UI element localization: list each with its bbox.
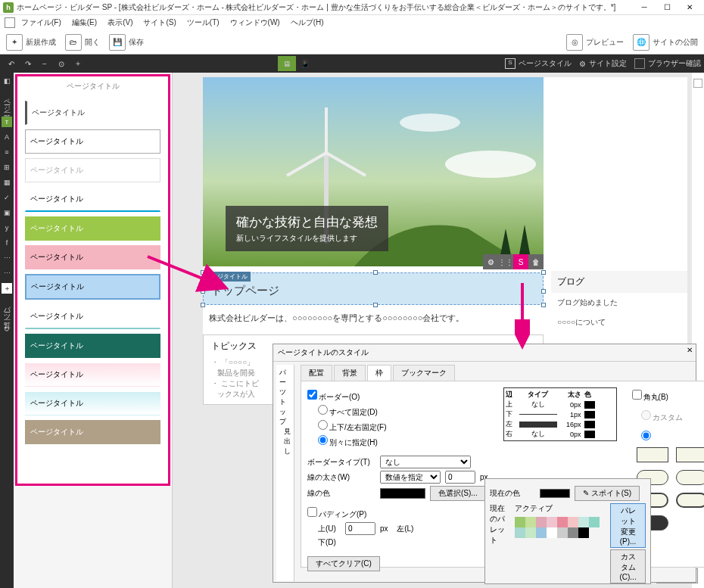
menu-tools[interactable]: ツール(T) [182,16,224,30]
style-item-7[interactable]: ページタイトル [25,274,160,300]
palette-swatch[interactable] [578,517,589,527]
eyedropper-button[interactable]: ✎ スポイト(S) [575,486,640,501]
dialog-close-button[interactable]: ✕ [687,346,693,354]
rail-i4[interactable]: ⊞ [2,162,12,173]
style-item-6[interactable]: ページタイトル [25,245,160,269]
palette-swatch[interactable] [547,517,557,527]
preview-button[interactable]: ◎プレビュー [566,34,624,51]
style-item-5[interactable]: ページタイトル [25,216,160,241]
blog-item-1[interactable]: ブログ始めました [551,293,687,313]
radio-custom[interactable]: カスタム [641,410,704,423]
grip-icon[interactable]: ⋮⋮ [498,254,513,269]
style-item-9[interactable]: ページタイトル [25,334,160,358]
maximize-button[interactable]: ☐ [656,1,678,14]
padding-checkbox[interactable]: パディング(P) [307,507,375,520]
palette-swatch[interactable] [589,517,600,527]
palette-swatch[interactable] [536,527,547,538]
page-style-button[interactable]: Sページスタイル [505,58,572,69]
parts-tab[interactable]: パーツ一覧 [2,298,12,319]
pages-tab[interactable]: ページ一覧 [2,91,12,112]
clear-all-button[interactable]: すべてクリア(C) [307,556,380,571]
palette-swatch[interactable] [568,517,578,527]
border-type-select[interactable]: なし [380,456,471,468]
border-row-bottom[interactable]: 下1px [506,409,615,419]
desktop-tab[interactable]: 🖥 [278,56,296,71]
tab-layout[interactable]: 配置 [301,365,332,381]
minimize-button[interactable]: ─ [633,1,656,14]
palette-swatch[interactable] [547,527,557,538]
border-row-right[interactable]: 右なし0px [506,429,615,439]
zoom-reset-button[interactable]: ⊙ [53,55,70,72]
menu-help[interactable]: ヘルプ(H) [286,16,329,30]
palette-swatch[interactable] [515,527,525,538]
style-item-10[interactable]: ページタイトル [25,362,160,387]
color-select-button[interactable]: 色選択(S)... [430,486,486,501]
menu-edit[interactable]: 編集(E) [67,16,101,30]
zoom-in-button[interactable]: ＋ [70,55,86,72]
right-rail-dot[interactable] [693,79,702,88]
tree-root[interactable]: パーツトップ [279,368,291,427]
style-item-3[interactable]: ページタイトル [25,158,160,182]
style-s-button[interactable]: S [513,254,528,269]
rail-i12[interactable]: ↻ [2,324,12,334]
menu-window[interactable]: ウィンドウ(W) [226,16,285,30]
menu-view[interactable]: 表示(V) [103,16,137,30]
pad-u-input[interactable] [345,522,375,535]
site-settings-button[interactable]: ⚙サイト設定 [579,58,627,69]
rail-i3[interactable]: ≡ [2,147,12,157]
save-button[interactable]: 💾保存 [109,34,144,51]
style-item-11[interactable]: ページタイトル [25,391,160,415]
rail-i10[interactable]: ⋯ [2,253,12,263]
radio-fix-all[interactable]: すべて固定(D) [318,405,386,418]
radio-fix-tb[interactable]: 上下/左右固定(F) [318,420,387,433]
palette-swatch[interactable] [557,517,568,527]
close-button[interactable]: ✕ [678,1,701,14]
line-width-mode[interactable]: 数値を指定 [380,471,441,484]
border-checkbox[interactable]: ボーダー(O) [307,390,375,403]
style-item-4[interactable]: ページタイトル [25,187,160,212]
rail-i11[interactable]: ⋯ [2,268,12,278]
custom-color-button[interactable]: カスタム(C)... [610,549,646,583]
publish-button[interactable]: 🌐サイトの公開 [633,34,698,51]
redo-button[interactable]: ↷ [20,55,36,72]
browser-check-button[interactable]: ブラウザー確認 [634,58,701,69]
rail-i7[interactable]: ▣ [2,207,12,218]
style-item-1[interactable]: ページタイトル [25,101,160,125]
style-item-12[interactable]: ページタイトル [25,420,160,444]
radio-fix-each[interactable]: 別々に指定(H) [318,435,386,448]
tab-border[interactable]: 枠 [367,365,391,381]
palette-swatch[interactable] [568,527,578,538]
shape-rect[interactable] [637,447,668,462]
rounded-checkbox[interactable]: 角丸(B) [632,390,700,403]
gear-icon[interactable]: ⚙ [483,254,498,269]
rail-i1[interactable]: T [2,117,12,127]
trash-icon[interactable]: 🗑 [528,254,544,269]
rail-i8[interactable]: y [2,222,12,233]
radio-preset[interactable] [641,431,651,440]
zoom-out-button[interactable]: − [36,55,53,72]
palette-swatch[interactable] [525,527,536,538]
line-width-input[interactable] [445,471,475,484]
rail-plus[interactable]: ＋ [2,283,12,294]
new-button[interactable]: ✦新規作成 [6,34,56,51]
palette-swatch[interactable] [525,517,536,527]
menu-file[interactable]: ファイル(F) [17,16,66,30]
palette-swatch[interactable] [578,527,589,538]
blog-item-2[interactable]: ○○○○について [551,313,687,332]
rail-i2[interactable]: A [2,132,12,142]
rail-i6[interactable]: ✓ [2,192,12,203]
shape-round4[interactable] [676,493,704,508]
tab-bookmark[interactable]: ブックマーク [393,365,455,381]
rail-i5[interactable]: ▦ [2,177,12,188]
shape-round2[interactable] [676,470,704,485]
open-button[interactable]: 🗁開く [65,34,100,51]
border-row-left[interactable]: 左16px [506,419,615,429]
selected-part[interactable]: ⚙ ⋮⋮ S 🗑 ページタイトル トップページ [203,272,544,305]
parts-tree[interactable]: パーツトップ 見出し [276,365,294,581]
page-title[interactable]: トップページ [211,284,535,298]
palette-swatch[interactable] [557,527,568,538]
palette-swatch[interactable] [536,517,547,527]
undo-button[interactable]: ↶ [3,55,20,72]
style-item-2[interactable]: ページタイトル [25,129,160,154]
tab-background[interactable]: 背景 [334,365,366,381]
